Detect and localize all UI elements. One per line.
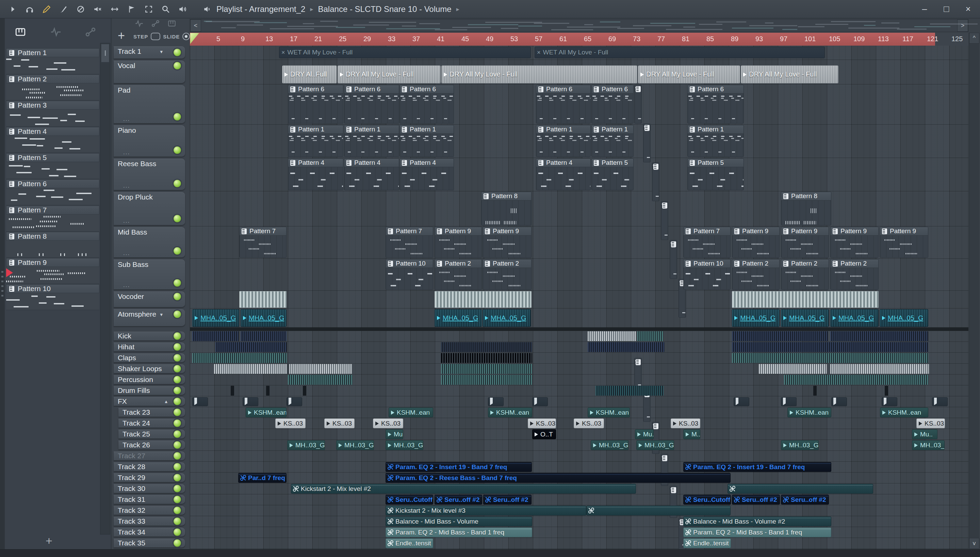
pattern-clip[interactable]: Pattern 4 <box>399 158 454 190</box>
chevron-down-icon[interactable]: ▾ <box>160 311 163 318</box>
mute-led[interactable] <box>174 311 181 318</box>
pattern-item-header[interactable]: Pattern 9 <box>6 258 99 267</box>
drum-loop-clip[interactable] <box>588 331 636 341</box>
breadcrumb-playlist[interactable]: Playlist - Arrangement_2 <box>216 5 305 14</box>
audio-clip[interactable]: KS..03 <box>917 419 945 428</box>
audio-clip[interactable]: DRY All My Love - Full <box>638 65 740 83</box>
automation-clip[interactable]: Seru..off #2 <box>435 495 482 505</box>
mute-led[interactable] <box>174 354 181 362</box>
pattern-clip[interactable]: Pattern 2 <box>732 259 780 290</box>
caret-icon[interactable] <box>7 3 18 15</box>
drum-loop-clip[interactable] <box>885 386 888 396</box>
audio-clip[interactable]: MHA..05_G <box>781 309 829 327</box>
step-checkbox[interactable] <box>151 33 160 40</box>
track-header-mid[interactable]: Mid Bass... <box>114 227 185 257</box>
drum-loop-clip[interactable] <box>830 364 929 374</box>
drum-loop-clip[interactable] <box>784 375 928 385</box>
pattern-clip[interactable]: Pattern 6 <box>399 85 454 124</box>
track-header-t23[interactable]: Track 23 <box>118 408 185 417</box>
track-header-sub[interactable]: Sub Bass... <box>114 259 185 289</box>
pattern-item-header[interactable]: Pattern 2 <box>6 75 99 83</box>
pattern-clip-mini[interactable] <box>670 240 677 279</box>
automation-clip[interactable]: Par..d 7 freq <box>238 473 287 483</box>
scroll-right-button[interactable]: > <box>957 20 968 32</box>
pattern-clip[interactable]: Pattern 9 <box>879 227 928 258</box>
pattern-clip[interactable]: Pattern 9 <box>482 227 532 258</box>
fx-clip[interactable] <box>532 397 548 406</box>
pattern-clip[interactable]: Pattern 6 <box>687 85 744 124</box>
drum-loop-clip[interactable] <box>441 364 532 374</box>
audio-clip[interactable]: DRY All My Love - Full <box>741 65 839 83</box>
automation-clip[interactable]: Balance - Mid Bass - Volume <box>386 516 532 526</box>
track-header-t29[interactable]: Track 29 <box>114 473 185 482</box>
slide-toggle[interactable] <box>182 33 190 40</box>
scroll-up-button[interactable]: ^ <box>969 33 979 44</box>
audio-clip[interactable]: O..T <box>532 429 556 439</box>
drum-loop-clip[interactable] <box>214 364 287 374</box>
fx-clip[interactable] <box>932 397 948 406</box>
audio-clip[interactable]: MHA..05_G <box>879 309 928 327</box>
minimize-button[interactable]: – <box>920 4 930 14</box>
drum-loop-clip[interactable] <box>595 386 664 396</box>
mute-led[interactable] <box>174 147 181 154</box>
audio-clip[interactable]: Mu.. <box>635 429 654 439</box>
track-header-vocal[interactable]: Vocal <box>114 60 185 83</box>
automation-clip[interactable]: Balance - Mid Bass - Volume #2 <box>683 516 831 526</box>
drum-loop-clip[interactable] <box>435 291 532 308</box>
chevron-down-icon[interactable]: ▾ <box>160 49 163 55</box>
pattern-list-item[interactable]: Pattern 9 <box>6 258 99 284</box>
audio-clip[interactable]: DRY Al..Full <box>282 65 337 83</box>
pattern-clip[interactable]: Pattern 6 <box>344 85 399 124</box>
track-header-track1[interactable]: Track 1▾ <box>114 46 185 59</box>
track-options-dots[interactable]: ... <box>123 282 130 289</box>
track-header-claps[interactable]: Claps <box>114 353 185 362</box>
pattern-clip[interactable]: Pattern 4 <box>536 158 591 190</box>
vertical-scrollbar[interactable]: ^ v <box>969 33 979 549</box>
pattern-clip[interactable]: Pattern 1 <box>344 125 399 157</box>
fx-clip[interactable] <box>287 397 302 406</box>
mute-led[interactable] <box>174 507 181 514</box>
track-header-kick[interactable]: Kick <box>114 332 185 340</box>
mute-led[interactable] <box>174 49 181 56</box>
track-header-vocoder[interactable]: Vocoder <box>114 292 185 307</box>
drum-loop-clip[interactable] <box>588 342 665 352</box>
mute-led[interactable] <box>174 518 181 525</box>
automation-clip[interactable]: Param. EQ 2 - Insert 19 - Band 7 freq <box>683 462 831 472</box>
mute-led[interactable] <box>174 397 181 405</box>
automation-clip[interactable]: Endle..tensit <box>683 538 731 548</box>
mute-led[interactable] <box>174 293 181 300</box>
track-options-dots[interactable]: ... <box>123 149 130 156</box>
pattern-item-header[interactable]: Pattern 8 <box>6 232 99 241</box>
track-options-dots[interactable]: ... <box>123 182 130 189</box>
drum-loop-clip[interactable] <box>240 331 287 341</box>
audio-clip[interactable]: KSHM..ean <box>389 407 433 417</box>
audio-clip[interactable]: Mu.. <box>386 429 403 439</box>
tab-piano-icon[interactable] <box>14 25 27 39</box>
fx-clip[interactable] <box>831 397 847 406</box>
track-header-atmos[interactable]: Atomsphere▾ <box>114 309 185 326</box>
pattern-item-header[interactable]: Pattern 6 <box>6 179 99 188</box>
pattern-clip[interactable]: Pattern 10 <box>683 259 730 290</box>
mute-led[interactable] <box>174 343 181 351</box>
scroll-left-button[interactable]: < <box>190 20 201 32</box>
pattern-item-header[interactable]: Pattern 5 <box>6 153 99 162</box>
drum-loop-clip[interactable] <box>216 342 287 352</box>
audio-clip[interactable]: KSHM..ean <box>488 407 532 417</box>
pattern-clip[interactable]: Pattern 9 <box>781 227 829 258</box>
pattern-clip[interactable]: Pattern 6 <box>288 85 343 124</box>
automation-clip[interactable]: Seru..Cutoff <box>386 495 433 505</box>
pattern-clip-mini[interactable] <box>661 201 668 240</box>
pattern-clip[interactable]: Pattern 9 <box>830 227 879 258</box>
automation-clip[interactable]: Endle..tensit <box>386 538 433 548</box>
pattern-item-header[interactable]: Pattern 1 <box>6 48 99 57</box>
audio-clip[interactable]: DRY All My Love - Full <box>337 65 441 83</box>
track-header-t32[interactable]: Track 32 <box>114 506 185 515</box>
fx-clip[interactable] <box>192 397 208 406</box>
track-header-t24[interactable]: Track 24 <box>118 419 185 428</box>
zoom-icon[interactable] <box>160 3 172 15</box>
track-header-drop[interactable]: Drop Pluck... <box>114 192 185 225</box>
pattern-clip[interactable]: Pattern 9 <box>435 227 482 258</box>
pattern-list-item[interactable]: Pattern 1 <box>6 48 99 74</box>
drum-loop-clip[interactable] <box>732 342 928 352</box>
add-track-button[interactable]: + <box>118 29 125 43</box>
